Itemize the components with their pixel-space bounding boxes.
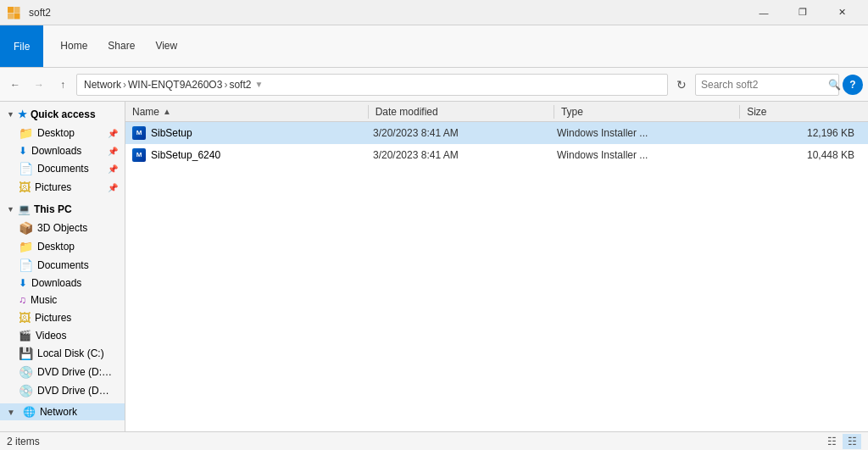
search-icon: 🔍 bbox=[828, 79, 841, 91]
col-header-name[interactable]: Name ▲ bbox=[125, 106, 368, 118]
sidebar-item-dvd-drive-2[interactable]: 💿 DVD Drive (D:) SSS_X( bbox=[0, 381, 125, 400]
close-button[interactable]: ✕ bbox=[822, 0, 861, 25]
sidebar: ▼ ★ Quick access 📁 Desktop 📌 ⬇ Downloads… bbox=[0, 102, 125, 431]
svg-rect-0 bbox=[8, 7, 14, 13]
restore-button[interactable]: ❐ bbox=[783, 0, 822, 25]
sidebar-item-downloads-quick[interactable]: ⬇ Downloads 📌 bbox=[0, 142, 125, 159]
file-name-1: SibSetup_6240 bbox=[151, 149, 220, 161]
refresh-button[interactable]: ↻ bbox=[671, 75, 692, 95]
downloads-pc-icon: ⬇ bbox=[19, 277, 27, 289]
tab-home[interactable]: Home bbox=[50, 25, 97, 67]
sidebar-item-documents-quick[interactable]: 📄 Documents 📌 bbox=[0, 159, 125, 178]
path-segment-network: Network bbox=[84, 79, 121, 91]
path-sep-1: › bbox=[123, 79, 126, 91]
videos-label: Videos bbox=[36, 330, 66, 342]
network-icon: 🌐 bbox=[23, 406, 36, 418]
file-row-1[interactable]: M SibSetup_6240 3/20/2023 8:41 AM Window… bbox=[125, 144, 868, 166]
app-icon bbox=[7, 6, 20, 19]
content-area: Name ▲ Date modified Type Size M SibSetu… bbox=[125, 102, 868, 431]
local-disk-label: Local Disk (C:) bbox=[37, 347, 104, 359]
address-path[interactable]: Network › WIN-ENQT9A260O3 › soft2 ▼ bbox=[76, 74, 668, 96]
file-row-0[interactable]: M SibSetup 3/20/2023 8:41 AM Windows Ins… bbox=[125, 122, 868, 144]
pictures-pc-label: Pictures bbox=[35, 312, 71, 324]
sidebar-item-videos[interactable]: 🎬 Videos bbox=[0, 327, 125, 344]
file-name-0: SibSetup bbox=[151, 127, 192, 139]
search-box[interactable]: 🔍 bbox=[695, 74, 839, 96]
sidebar-item-documents-pc[interactable]: 📄 Documents bbox=[0, 256, 125, 275]
window-controls: — ❐ ✕ bbox=[744, 0, 861, 25]
documents-pc-label: Documents bbox=[37, 259, 89, 271]
downloads-quick-label: Downloads bbox=[31, 145, 81, 157]
quick-access-label: Quick access bbox=[31, 108, 96, 120]
sidebar-item-desktop-quick[interactable]: 📁 Desktop 📌 bbox=[0, 124, 125, 142]
col-header-type[interactable]: Type bbox=[554, 106, 739, 118]
svg-rect-1 bbox=[14, 7, 20, 13]
sidebar-item-pictures-quick[interactable]: 🖼 Pictures 📌 bbox=[0, 178, 125, 197]
this-pc-icon: 💻 bbox=[18, 203, 31, 215]
sidebar-item-downloads-pc[interactable]: ⬇ Downloads bbox=[0, 275, 125, 292]
documents-pc-icon: 📄 bbox=[19, 258, 33, 272]
dvd-drive-1-icon: 💿 bbox=[19, 365, 33, 379]
music-label: Music bbox=[31, 294, 57, 306]
pin-icon-downloads: 📌 bbox=[108, 147, 118, 156]
view-buttons: ☷ ☷ bbox=[822, 434, 861, 449]
col-date-label: Date modified bbox=[376, 106, 438, 118]
help-button[interactable]: ? bbox=[843, 75, 863, 95]
item-count: 2 items bbox=[7, 436, 40, 447]
search-input[interactable] bbox=[701, 79, 828, 91]
documents-folder-icon: 📄 bbox=[19, 162, 33, 175]
desktop-pc-icon: 📁 bbox=[19, 240, 33, 253]
pin-icon-pictures: 📌 bbox=[108, 183, 118, 192]
sidebar-section-quick-access[interactable]: ▼ ★ Quick access bbox=[0, 105, 125, 124]
videos-icon: 🎬 bbox=[19, 330, 31, 342]
sidebar-item-local-disk[interactable]: 💾 Local Disk (C:) bbox=[0, 344, 125, 363]
col-header-date[interactable]: Date modified bbox=[369, 106, 554, 118]
path-sep-2: › bbox=[224, 79, 227, 91]
address-bar: ← → ↑ Network › WIN-ENQT9A260O3 › soft2 … bbox=[0, 68, 868, 102]
sidebar-item-pictures-pc[interactable]: 🖼 Pictures bbox=[0, 308, 125, 327]
desktop-pc-label: Desktop bbox=[37, 241, 75, 253]
col-header-size[interactable]: Size bbox=[740, 106, 868, 118]
msi-icon-0: M bbox=[132, 126, 146, 140]
title-bar-icons: soft2 bbox=[7, 6, 51, 19]
window-title: soft2 bbox=[29, 7, 51, 19]
details-view-button[interactable]: ☷ bbox=[822, 434, 841, 449]
forward-button[interactable]: → bbox=[29, 75, 49, 95]
pin-icon-documents: 📌 bbox=[108, 164, 118, 174]
list-view-button[interactable]: ☷ bbox=[843, 434, 861, 449]
file-menu-button[interactable]: File bbox=[0, 25, 43, 67]
col-name-label: Name bbox=[132, 106, 159, 118]
network-chevron: ▼ bbox=[7, 408, 15, 417]
sidebar-item-desktop-pc[interactable]: 📁 Desktop bbox=[0, 237, 125, 256]
tab-view[interactable]: View bbox=[145, 25, 187, 67]
quick-access-star-icon: ★ bbox=[18, 108, 27, 120]
sort-arrow: ▲ bbox=[163, 107, 171, 116]
path-dropdown-arrow: ▼ bbox=[254, 80, 263, 89]
sidebar-item-network[interactable]: ▼ 🌐 Network bbox=[0, 403, 125, 420]
ribbon: File Home Share View bbox=[0, 25, 868, 68]
minimize-button[interactable]: — bbox=[744, 0, 783, 25]
quick-access-chevron: ▼ bbox=[7, 110, 14, 119]
col-size-label: Size bbox=[747, 106, 766, 118]
sidebar-item-3d-objects[interactable]: 📦 3D Objects bbox=[0, 219, 125, 237]
sidebar-item-dvd-drive-1[interactable]: 💿 DVD Drive (D:) SSS_ bbox=[0, 363, 125, 381]
path-segment-computer: WIN-ENQT9A260O3 bbox=[128, 79, 222, 91]
pictures-folder-icon: 🖼 bbox=[19, 181, 31, 194]
file-list: M SibSetup 3/20/2023 8:41 AM Windows Ins… bbox=[125, 122, 868, 431]
sidebar-item-music[interactable]: ♫ Music bbox=[0, 292, 125, 308]
svg-rect-3 bbox=[14, 13, 20, 19]
column-header-row: Name ▲ Date modified Type Size bbox=[125, 102, 868, 122]
title-bar: soft2 — ❐ ✕ bbox=[0, 0, 868, 25]
tab-share[interactable]: Share bbox=[97, 25, 145, 67]
this-pc-chevron: ▼ bbox=[7, 205, 14, 214]
file-cell-name-1: M SibSetup_6240 bbox=[125, 148, 366, 162]
pictures-quick-label: Pictures bbox=[35, 181, 71, 193]
up-button[interactable]: ↑ bbox=[53, 75, 73, 95]
back-button[interactable]: ← bbox=[5, 75, 25, 95]
downloads-arrow-icon: ⬇ bbox=[19, 145, 27, 157]
music-icon: ♫ bbox=[19, 294, 26, 306]
desktop-quick-label: Desktop bbox=[37, 127, 75, 139]
file-cell-date-0: 3/20/2023 8:41 AM bbox=[366, 127, 550, 139]
sidebar-section-this-pc[interactable]: ▼ 💻 This PC bbox=[0, 200, 125, 219]
file-cell-name-0: M SibSetup bbox=[125, 126, 366, 140]
